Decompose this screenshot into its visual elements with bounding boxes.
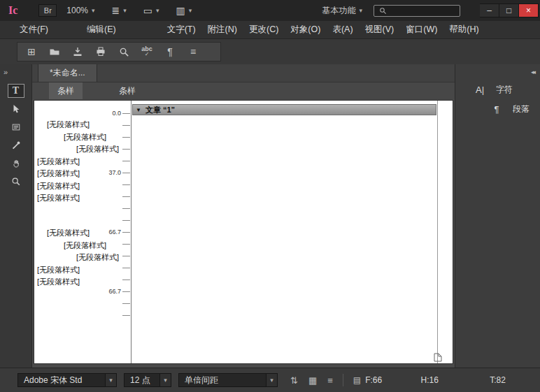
panel-button[interactable]: A| 字符: [465, 80, 540, 99]
menu-item[interactable]: 文字(T): [167, 24, 196, 36]
ruler-label: 66.7: [108, 229, 121, 235]
paragraph-style-label[interactable]: [无段落样式]: [73, 143, 111, 156]
panel-icon: ¶: [489, 104, 504, 115]
workspace-label: 基本功能: [322, 5, 355, 17]
paragraph-style-label[interactable]: [无段落样式]: [34, 156, 111, 168]
story-title: 文章 “1”: [145, 105, 175, 115]
search-input[interactable]: [388, 6, 457, 15]
window-controls: – □ ×: [480, 3, 539, 17]
screen-mode-dropdown[interactable]: ▭ ▾: [143, 5, 159, 16]
stat-value: H:16: [421, 375, 439, 385]
menu-item[interactable]: 窗口(W): [406, 24, 437, 36]
document-tab[interactable]: *未命名...: [38, 64, 97, 82]
panel-label: 段落: [513, 103, 530, 115]
chevron-down-icon: ▾: [359, 7, 362, 14]
screen-mode-icon: ▭: [143, 5, 152, 16]
close-button[interactable]: ×: [519, 3, 539, 17]
line-spacing-icon[interactable]: ⇅: [290, 375, 298, 386]
paragraph-style-label[interactable]: [无段落样式]: [34, 192, 111, 205]
line-spacing-value: 单倍间距: [179, 374, 266, 386]
spellcheck-icon[interactable]: abc ✓: [141, 46, 152, 57]
stat-value: T:82: [490, 375, 506, 385]
story-header-bar[interactable]: ▼ 文章 “1”: [132, 104, 436, 115]
copyfit-stat: ▤ F:66: [353, 375, 382, 385]
note-tool[interactable]: [8, 120, 24, 134]
chevron-down-icon: ▾: [189, 7, 192, 14]
new-document-icon[interactable]: ⊞: [26, 46, 37, 57]
arrange-documents-icon: ▥: [176, 5, 185, 16]
expand-panels-icon[interactable]: ◂◂: [531, 68, 534, 75]
copyfit-stat: ▤ T:82: [478, 375, 506, 385]
workspace-switcher[interactable]: 基本功能 ▾: [322, 5, 362, 17]
menu-item[interactable]: 编辑(E): [87, 24, 116, 36]
font-family-value: Adobe 宋体 Std: [18, 374, 105, 386]
zoom-tool[interactable]: [8, 175, 24, 189]
paragraph-style-label[interactable]: [无段落样式]: [73, 252, 111, 264]
search-icon: [377, 5, 388, 16]
chevron-down-icon: ▾: [92, 7, 95, 14]
bridge-button[interactable]: Br: [38, 4, 57, 17]
font-size-select[interactable]: 12 点 ▾: [124, 373, 171, 387]
paragraph-style-label[interactable]: [无段落样式]: [34, 180, 111, 193]
grid-view-icon[interactable]: ▦: [308, 375, 317, 386]
show-hidden-characters-icon[interactable]: ¶: [164, 46, 176, 57]
chevron-down-icon: ▾: [159, 374, 171, 386]
galley-scrollbar[interactable]: [437, 101, 453, 363]
collapse-triangle-icon[interactable]: ▼: [136, 107, 141, 113]
paragraph-style-label[interactable]: [无段落样式]: [61, 240, 111, 252]
paragraph-style-label[interactable]: [无段落样式]: [34, 276, 111, 289]
hand-tool[interactable]: [8, 157, 24, 170]
menu-item[interactable]: 视图(V): [365, 24, 395, 36]
titlebar: Ic Br 100% ▾ ≣ ▾ ▭ ▾ ▥ ▾ 基本功能 ▾: [0, 0, 540, 21]
search-box[interactable]: [374, 5, 460, 17]
view-tab[interactable]: 条样: [49, 82, 83, 99]
maximize-button[interactable]: □: [499, 3, 519, 17]
menu-item[interactable]: 帮助(H): [449, 24, 478, 36]
toolbar-strip: ⊞ abc ✓ ¶ ≡: [17, 42, 221, 61]
view-options-dropdown[interactable]: ≣ ▾: [112, 5, 127, 16]
paragraph-style-label[interactable]: [无段落样式]: [34, 264, 111, 277]
menu-item[interactable]: 表(A): [332, 24, 353, 36]
chevron-down-icon: ▾: [123, 7, 127, 14]
panel-dock: ◂◂ A| 字符 ¶ 段落: [455, 64, 540, 368]
line-spacing-select[interactable]: 单倍间距 ▾: [178, 373, 278, 387]
copyfit-stats: ▤ F:66 ▤ H:16 ▤ T:82: [343, 375, 506, 385]
statusbar-icons: ⇅ ▦ ≡: [290, 375, 333, 386]
arrange-documents-dropdown[interactable]: ▥ ▾: [176, 5, 192, 16]
paragraph-styles-group-1: [无段落样式][无段落样式][无段落样式][无段落样式][无段落样式][无段落样…: [34, 119, 111, 205]
open-folder-icon[interactable]: [49, 46, 60, 57]
tools-panel: » T: [0, 64, 32, 368]
font-family-select[interactable]: Adobe 宋体 Std ▾: [17, 373, 117, 387]
zoom-dropdown[interactable]: 100% ▾: [66, 6, 94, 15]
panel-label: 字符: [496, 84, 513, 96]
menu-item[interactable]: 附注(N): [208, 24, 237, 36]
story-column[interactable]: ▼ 文章 “1”: [132, 101, 436, 363]
print-icon[interactable]: [95, 46, 106, 57]
type-tool[interactable]: T: [8, 84, 24, 98]
view-tab[interactable]: 条样: [111, 82, 144, 99]
save-icon[interactable]: [72, 46, 83, 57]
panel-button[interactable]: ¶ 段落: [482, 99, 540, 119]
zoom-value: 100%: [66, 6, 88, 15]
paragraph-style-label[interactable]: [无段落样式]: [61, 131, 111, 144]
paragraph-style-label[interactable]: [无段落样式]: [34, 168, 111, 180]
menu-item[interactable]: 对象(O): [290, 24, 320, 36]
menu-item[interactable]: 更改(C): [249, 24, 278, 36]
panel-icon: A|: [472, 85, 488, 95]
minimize-button[interactable]: –: [480, 3, 499, 17]
toolbar-menu-icon[interactable]: ≡: [187, 46, 199, 57]
position-tool[interactable]: [8, 102, 24, 116]
find-icon[interactable]: [118, 46, 129, 57]
statusbar-menu-icon[interactable]: ≡: [327, 375, 333, 386]
galley-view: [无段落样式][无段落样式][无段落样式][无段落样式][无段落样式][无段落样…: [34, 100, 453, 364]
menu-item[interactable]: 文件(F): [20, 24, 48, 36]
page-flip-icon[interactable]: [433, 352, 443, 361]
paragraph-style-label[interactable]: [无段落样式]: [44, 119, 111, 131]
font-size-value: 12 点: [125, 374, 159, 386]
incopy-logo: Ic: [8, 4, 17, 17]
eyedropper-tool[interactable]: [8, 138, 24, 152]
paragraph-styles-group-2: [无段落样式][无段落样式][无段落样式][无段落样式][无段落样式]: [34, 227, 111, 289]
stat-page-icon: ▤: [353, 375, 361, 385]
collapse-panel-icon[interactable]: »: [3, 68, 8, 76]
paragraph-style-label[interactable]: [无段落样式]: [44, 227, 111, 240]
